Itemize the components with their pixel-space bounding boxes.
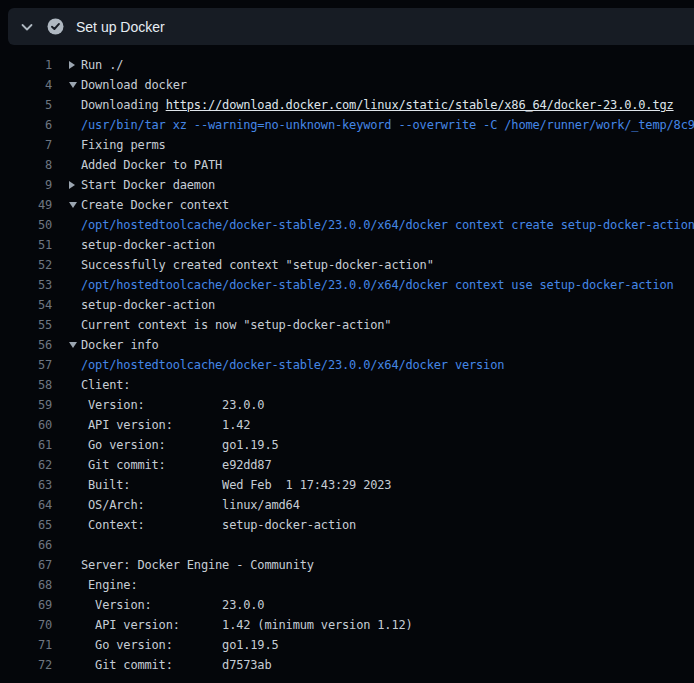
log-text-segment: Version: 23.0.0 [81,398,264,412]
log-text-segment: setup-docker-action [81,238,215,252]
log-text-segment: Version: 23.0.0 [81,598,264,612]
log-text: Server: Docker Engine - Community [52,555,694,575]
log-text: Current context is now "setup-docker-act… [52,315,694,335]
line-number[interactable]: 59 [0,395,52,415]
log-text: /usr/bin/tar xz --warning=no-unknown-key… [52,115,694,135]
log-line: 53/opt/hostedtoolcache/docker-stable/23.… [0,275,694,295]
log-text-segment: Start Docker daemon [81,178,215,192]
log-text-segment: Successfully created context "setup-dock… [81,258,434,272]
log-text: setup-docker-action [52,295,694,315]
line-number[interactable]: 70 [0,615,52,635]
line-number[interactable]: 6 [0,115,52,135]
log-line: 67Server: Docker Engine - Community [0,555,694,575]
log-line: 61 Go version: go1.19.5 [0,435,694,455]
log-line: 50/opt/hostedtoolcache/docker-stable/23.… [0,215,694,235]
line-number[interactable]: 68 [0,575,52,595]
step-header[interactable]: Set up Docker [8,8,694,45]
line-number[interactable]: 5 [0,95,52,115]
triangle-down-icon[interactable] [69,82,77,88]
triangle-right-icon[interactable] [69,181,75,189]
line-number[interactable]: 51 [0,235,52,255]
line-number[interactable]: 54 [0,295,52,315]
line-number[interactable]: 72 [0,655,52,675]
log-text-segment: Go version: go1.19.5 [81,638,279,652]
line-number[interactable]: 61 [0,435,52,455]
line-number[interactable]: 8 [0,155,52,175]
group-toggle[interactable] [69,55,81,75]
log-line: 54setup-docker-action [0,295,694,315]
group-toggle[interactable] [69,175,81,195]
line-number[interactable]: 56 [0,335,52,355]
log-text: OS/Arch: linux/amd64 [52,495,694,515]
line-number[interactable]: 69 [0,595,52,615]
line-number[interactable]: 65 [0,515,52,535]
line-number[interactable]: 52 [0,255,52,275]
log-text: API version: 1.42 (minimum version 1.12) [52,615,694,635]
line-number[interactable]: 4 [0,75,52,95]
log-link[interactable]: https://download.docker.com/linux/static… [166,98,674,112]
triangle-right-icon[interactable] [69,61,75,69]
log-line: 72 Git commit: d7573ab [0,655,694,675]
log-line: 55Current context is now "setup-docker-a… [0,315,694,335]
line-number[interactable]: 50 [0,215,52,235]
group-toggle[interactable] [69,195,81,215]
log-text: Engine: [52,575,694,595]
log-text: Version: 23.0.0 [52,395,694,415]
line-number[interactable]: 7 [0,135,52,155]
triangle-down-icon[interactable] [69,202,77,208]
chevron-down-icon[interactable] [19,19,35,35]
log-line: 62 Git commit: e92dd87 [0,455,694,475]
log-text-segment: Current context is now "setup-docker-act… [81,318,391,332]
log-line: 5Downloading https://download.docker.com… [0,95,694,115]
actions-log-viewer: Set up Docker 1Run ./4Download docker5Do… [0,0,694,683]
log-text-segment: Download docker [81,78,187,92]
line-number[interactable]: 1 [0,55,52,75]
line-number[interactable]: 60 [0,415,52,435]
log-text: Added Docker to PATH [52,155,694,175]
line-number[interactable]: 64 [0,495,52,515]
log-text: Go version: go1.19.5 [52,635,694,655]
log-text-segment: Added Docker to PATH [81,158,222,172]
line-number[interactable]: 63 [0,475,52,495]
line-number[interactable]: 71 [0,635,52,655]
log-output: 1Run ./4Download docker5Downloading http… [0,45,694,675]
line-number[interactable]: 49 [0,195,52,215]
group-toggle[interactable] [69,335,81,355]
line-number[interactable]: 67 [0,555,52,575]
log-text-segment: API version: 1.42 [81,418,250,432]
log-group-row: 1Run ./ [0,55,694,75]
line-number[interactable]: 66 [0,535,52,555]
group-header[interactable]: Run ./ [52,55,694,75]
log-group-row: 9Start Docker daemon [0,175,694,195]
log-text-segment: Client: [81,378,130,392]
line-number[interactable]: 57 [0,355,52,375]
command-text: /opt/hostedtoolcache/docker-stable/23.0.… [81,278,674,292]
log-text-segment: setup-docker-action [81,298,215,312]
log-line: 66 [0,535,694,555]
log-text: /opt/hostedtoolcache/docker-stable/23.0.… [52,215,694,235]
line-number[interactable]: 9 [0,175,52,195]
log-text: Go version: go1.19.5 [52,435,694,455]
log-text-segment: Engine: [81,578,137,592]
command-text: /opt/hostedtoolcache/docker-stable/23.0.… [81,218,694,232]
line-number[interactable]: 53 [0,275,52,295]
log-text-segment: API version: 1.42 (minimum version 1.12) [81,618,413,632]
log-group-row: 4Download docker [0,75,694,95]
log-group-row: 56Docker info [0,335,694,355]
log-text-segment: OS/Arch: linux/amd64 [81,498,300,512]
line-number[interactable]: 62 [0,455,52,475]
step-title: Set up Docker [76,19,165,35]
log-text: Fixing perms [52,135,694,155]
log-text [52,535,694,555]
group-toggle[interactable] [69,75,81,95]
log-text: Downloading https://download.docker.com/… [52,95,694,115]
line-number[interactable]: 58 [0,375,52,395]
group-header[interactable]: Docker info [52,335,694,355]
group-header[interactable]: Start Docker daemon [52,175,694,195]
group-header[interactable]: Download docker [52,75,694,95]
line-number[interactable]: 55 [0,315,52,335]
triangle-down-icon[interactable] [69,342,77,348]
group-header[interactable]: Create Docker context [52,195,694,215]
log-text: Successfully created context "setup-dock… [52,255,694,275]
log-line: 64 OS/Arch: linux/amd64 [0,495,694,515]
